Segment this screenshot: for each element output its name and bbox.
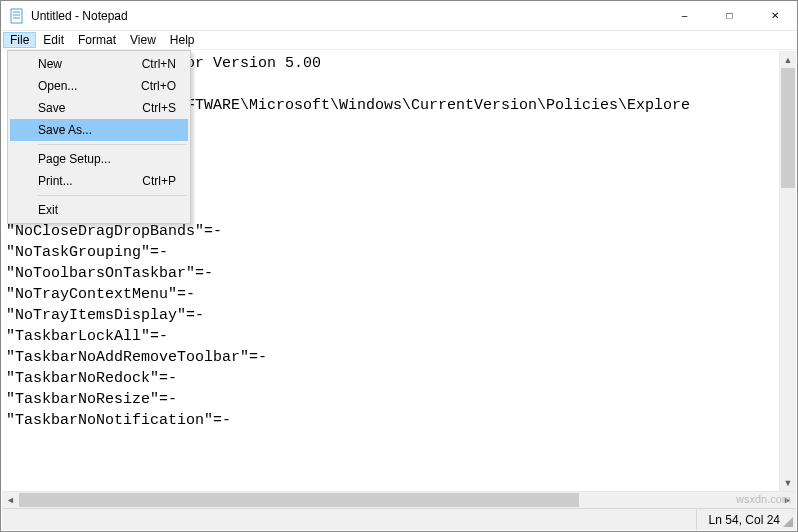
menu-bar: File Edit Format View Help: [1, 31, 797, 50]
menu-item-shortcut: Ctrl+S: [142, 101, 176, 115]
file-menu-dropdown: New Ctrl+N Open... Ctrl+O Save Ctrl+S Sa…: [7, 50, 191, 224]
menu-item-new[interactable]: New Ctrl+N: [10, 53, 188, 75]
menu-view[interactable]: View: [123, 32, 163, 48]
notepad-icon: [9, 8, 25, 24]
close-button[interactable]: ✕: [752, 1, 797, 30]
menu-item-shortcut: Ctrl+P: [142, 174, 176, 188]
menu-item-shortcut: Ctrl+N: [142, 57, 176, 71]
menu-item-print[interactable]: Print... Ctrl+P: [10, 170, 188, 192]
status-bar: Ln 54, Col 24: [2, 508, 796, 530]
menu-item-label: Exit: [38, 203, 58, 217]
window-title: Untitled - Notepad: [31, 9, 128, 23]
vertical-scroll-thumb[interactable]: [781, 68, 795, 188]
watermark: wsxdn.com: [736, 493, 791, 505]
menu-item-open[interactable]: Open... Ctrl+O: [10, 75, 188, 97]
menu-item-save-as[interactable]: Save As...: [10, 119, 188, 141]
menu-item-label: Print...: [38, 174, 73, 188]
resize-grip-icon[interactable]: [780, 514, 794, 528]
menu-item-shortcut: Ctrl+O: [141, 79, 176, 93]
cursor-position: Ln 54, Col 24: [696, 509, 792, 530]
scroll-down-arrow-icon[interactable]: ▼: [780, 474, 796, 491]
menu-separator: [38, 195, 187, 196]
menu-item-page-setup[interactable]: Page Setup...: [10, 148, 188, 170]
minimize-button[interactable]: –: [662, 1, 707, 30]
menu-separator: [38, 144, 187, 145]
menu-item-label: Page Setup...: [38, 152, 111, 166]
title-bar: Untitled - Notepad – □ ✕: [1, 1, 797, 31]
menu-item-label: Save As...: [38, 123, 92, 137]
maximize-button[interactable]: □: [707, 1, 752, 30]
menu-item-label: Open...: [38, 79, 77, 93]
vertical-scrollbar[interactable]: ▲ ▼: [779, 51, 796, 491]
menu-edit[interactable]: Edit: [36, 32, 71, 48]
menu-file[interactable]: File: [3, 32, 36, 48]
horizontal-scroll-thumb[interactable]: [19, 493, 579, 507]
scroll-up-arrow-icon[interactable]: ▲: [780, 51, 796, 68]
menu-item-label: Save: [38, 101, 65, 115]
svg-rect-0: [11, 9, 22, 23]
menu-help[interactable]: Help: [163, 32, 202, 48]
menu-item-exit[interactable]: Exit: [10, 199, 188, 221]
menu-item-save[interactable]: Save Ctrl+S: [10, 97, 188, 119]
scroll-left-arrow-icon[interactable]: ◄: [2, 492, 19, 508]
menu-item-label: New: [38, 57, 62, 71]
horizontal-scrollbar[interactable]: ◄ ►: [2, 491, 796, 508]
menu-format[interactable]: Format: [71, 32, 123, 48]
